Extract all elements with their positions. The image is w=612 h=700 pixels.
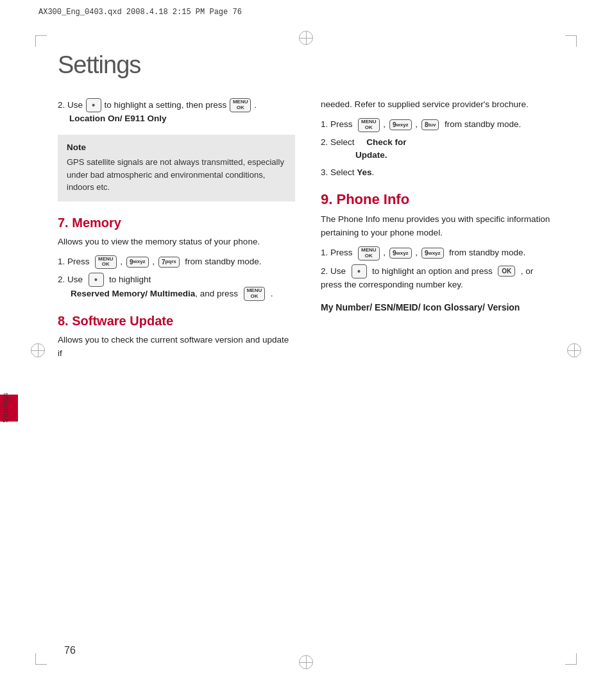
crosshair-top <box>299 31 313 45</box>
note-box: Note GPS satellite signals are not alway… <box>58 135 295 201</box>
ok-icon-1: OK <box>498 266 515 277</box>
phone-info-section: 9. Phone Info The Phone Info menu provid… <box>321 191 554 312</box>
sidebar-label: Settings <box>1 372 15 443</box>
sw-step-1: 1. Press MENUOK , 9wxyz , 8tuv from stan… <box>321 118 554 132</box>
yes-label: Yes <box>357 167 371 177</box>
phone-info-heading: 9. Phone Info <box>321 191 554 208</box>
pi-step-1: 1. Press MENUOK , 9wxyz , 9wxyz from sta… <box>321 246 554 260</box>
columns: 2. Use • to highlight a setting, then pr… <box>58 98 554 373</box>
pi-step2-content: 2. Use • to highlight an option and pres… <box>321 264 554 292</box>
pi-step1-content: 1. Press MENUOK , 9wxyz , 9wxyz from sta… <box>321 246 525 260</box>
menu-ok-icon-4: MENUOK <box>358 118 380 132</box>
header-bar: AX300_Eng_0403.qxd 2008.4.18 2:15 PM Pag… <box>38 8 574 17</box>
corner-mark-tr <box>565 35 577 47</box>
intro-step-2-content: 2. Use • to highlight a setting, then pr… <box>58 98 295 126</box>
sw-step1-content: 1. Press MENUOK , 9wxyz , 8tuv from stan… <box>321 118 521 132</box>
key-9wxyz-3: 9wxyz <box>389 248 412 259</box>
corner-mark-tl <box>35 35 47 47</box>
sw-step3-content: 3. Select Yes. <box>321 166 374 180</box>
memory-step-1: 1. Press MENUOK , 9wxyz , 7pqrs from sta… <box>58 255 295 269</box>
note-text: GPS satellite signals are not always tra… <box>67 156 286 194</box>
key-8tuv: 8tuv <box>421 119 439 130</box>
memory-body: Allows you to view the memory status of … <box>58 235 295 249</box>
corner-mark-bl <box>35 653 47 665</box>
main-content: Settings 2. Use • to highlight a setting… <box>58 51 554 649</box>
software-section: 8. Software Update Allows you to check t… <box>58 314 295 361</box>
phone-info-footer-text: My Number/ ESN/MEID/ Icon Glossary/ Vers… <box>321 302 520 312</box>
memory-heading: 7. Memory <box>58 216 295 230</box>
software-body: Allows you to check the current software… <box>58 334 295 361</box>
sw-step-2: 2. Select Check forUpdate. <box>321 136 554 163</box>
location-on-label: Location On/ E911 Only <box>69 114 167 123</box>
crosshair-left <box>31 343 45 357</box>
phone-info-footer: My Number/ ESN/MEID/ Icon Glossary/ Vers… <box>321 302 554 312</box>
left-column: 2. Use • to highlight a setting, then pr… <box>58 98 295 373</box>
step2-text1: to highlight a setting, then press <box>105 100 229 110</box>
crosshair-right <box>567 343 581 357</box>
reserved-memory-label: Reserved Memory/ Multimedia <box>71 289 195 298</box>
page-title: Settings <box>58 51 554 79</box>
header-text: AX300_Eng_0403.qxd 2008.4.18 2:15 PM Pag… <box>38 8 242 17</box>
right-column: needed. Refer to supplied service provid… <box>321 98 554 373</box>
step2-text2: . <box>254 100 257 110</box>
note-title: Note <box>67 142 286 152</box>
step2-num: 2. Use <box>58 100 85 110</box>
pi-step-2: 2. Use • to highlight an option and pres… <box>321 264 554 292</box>
menu-ok-icon-2: MENUOK <box>95 255 117 269</box>
key-9wxyz-4: 9wxyz <box>421 248 444 259</box>
menu-ok-icon-3: MENUOK <box>244 287 266 301</box>
memory-step1-content: 1. Press MENUOK , 9wxyz , 7pqrs from sta… <box>58 255 262 269</box>
memory-step-2: 2. Use • to highlight Reserved Memory/ M… <box>58 273 295 301</box>
software-continued: needed. Refer to supplied service provid… <box>321 98 554 112</box>
check-for-update-label: Check forUpdate. <box>321 137 407 160</box>
crosshair-bottom <box>299 655 313 669</box>
menu-ok-icon-5: MENUOK <box>358 246 380 260</box>
nav-icon-1: • <box>86 98 101 112</box>
memory-step2-content: 2. Use • to highlight Reserved Memory/ M… <box>58 273 273 301</box>
nav-icon-2: • <box>89 273 104 287</box>
key-7pqrs: 7pqrs <box>158 257 180 268</box>
sw-step2-content: 2. Select Check forUpdate. <box>321 136 407 163</box>
sw-step-3: 3. Select Yes. <box>321 166 554 180</box>
phone-info-body: The Phone Info menu provides you with sp… <box>321 213 554 240</box>
menu-ok-icon-1: MENUOK <box>230 98 251 112</box>
key-9wxyz-1: 9wxyz <box>126 257 149 268</box>
corner-mark-br <box>565 653 577 665</box>
intro-step-2: 2. Use • to highlight a setting, then pr… <box>58 98 295 126</box>
software-heading: 8. Software Update <box>58 314 295 329</box>
memory-section: 7. Memory Allows you to view the memory … <box>58 216 295 301</box>
key-9wxyz-2: 9wxyz <box>389 119 412 130</box>
nav-icon-3: • <box>352 264 367 278</box>
